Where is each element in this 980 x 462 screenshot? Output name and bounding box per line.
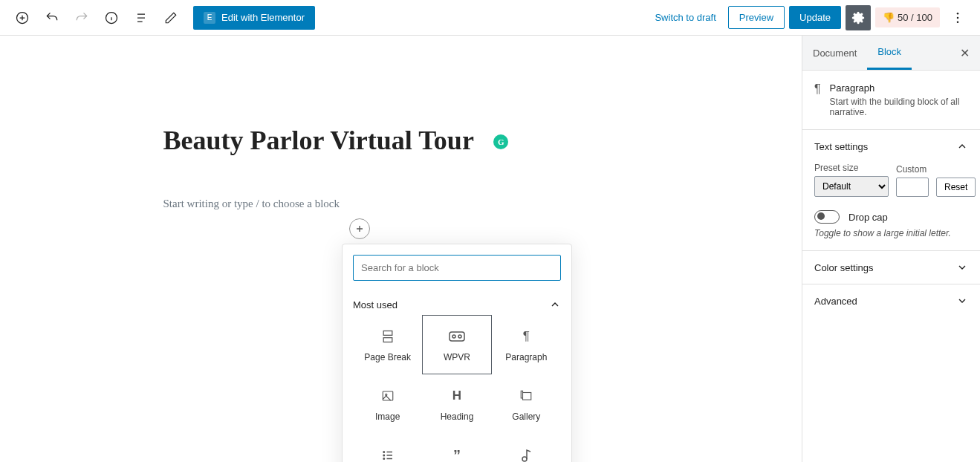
text-settings-panel: Text settings Preset size Default Custom bbox=[802, 129, 980, 250]
content-wrap: Beauty Parlor Virtual Tour G Start writi… bbox=[134, 36, 669, 210]
intro-title: Paragraph bbox=[830, 82, 968, 94]
advanced-header[interactable]: Advanced bbox=[802, 284, 980, 317]
block-gallery[interactable]: Gallery bbox=[492, 374, 561, 434]
inserter-search-wrap bbox=[353, 255, 561, 281]
add-block-button[interactable] bbox=[9, 4, 36, 31]
score-value: 50 / 100 bbox=[898, 12, 932, 23]
search-block-input[interactable] bbox=[353, 255, 561, 281]
preset-select[interactable]: Default bbox=[814, 176, 889, 197]
block-inserter-popover: Most used Page Break WPVR ¶ Paragraph bbox=[342, 244, 572, 462]
settings-sidebar: Document Block ✕ ¶ Paragraph Start with … bbox=[802, 36, 980, 462]
pencil-icon bbox=[164, 11, 178, 25]
block-label: WPVR bbox=[444, 352, 470, 362]
paragraph-icon: ¶ bbox=[523, 327, 530, 346]
post-title[interactable]: Beauty Parlor Virtual Tour G bbox=[163, 125, 669, 156]
color-settings-header[interactable]: Color settings bbox=[802, 251, 980, 284]
block-audio[interactable]: Audio bbox=[492, 434, 561, 462]
tab-document[interactable]: Document bbox=[802, 37, 867, 69]
page-break-icon bbox=[380, 327, 395, 346]
block-label: Image bbox=[375, 411, 400, 422]
list-block-icon bbox=[381, 446, 395, 462]
block-grid: Page Break WPVR ¶ Paragraph Image bbox=[353, 315, 561, 462]
info-button[interactable] bbox=[98, 4, 125, 31]
svg-point-4 bbox=[957, 21, 959, 23]
post-title-text: Beauty Parlor Virtual Tour bbox=[163, 126, 474, 155]
undo-button[interactable] bbox=[39, 4, 65, 31]
panel-title: Advanced bbox=[814, 296, 857, 307]
color-settings-panel: Color settings bbox=[802, 250, 980, 284]
intro-text: Paragraph Start with the building block … bbox=[830, 82, 968, 117]
svg-rect-12 bbox=[523, 393, 531, 400]
top-toolbar: E Edit with Elementor Switch to draft Pr… bbox=[0, 0, 980, 36]
svg-point-15 bbox=[383, 458, 385, 460]
svg-point-14 bbox=[383, 455, 385, 456]
block-image[interactable]: Image bbox=[353, 374, 422, 434]
drop-cap-toggle[interactable] bbox=[814, 210, 840, 224]
block-wpvr[interactable]: WPVR bbox=[422, 315, 491, 374]
paragraph-placeholder[interactable]: Start writing or type / to choose a bloc… bbox=[163, 198, 669, 210]
block-label: Page Break bbox=[364, 352, 411, 362]
block-heading[interactable]: H Heading bbox=[422, 374, 491, 434]
sidebar-close-button[interactable]: ✕ bbox=[950, 37, 980, 69]
elementor-logo-icon: E bbox=[204, 12, 215, 24]
svg-rect-5 bbox=[383, 331, 392, 336]
custom-field: Custom bbox=[896, 164, 929, 197]
gear-icon bbox=[851, 11, 865, 25]
preset-label: Preset size bbox=[814, 163, 889, 173]
gallery-icon bbox=[519, 386, 533, 406]
svg-point-8 bbox=[452, 335, 455, 338]
list-icon bbox=[134, 10, 149, 25]
toolbar-left: E Edit with Elementor bbox=[9, 4, 315, 31]
chevron-down-icon bbox=[956, 295, 968, 307]
vr-icon bbox=[449, 327, 465, 346]
preset-field: Preset size Default bbox=[814, 163, 889, 197]
block-list[interactable]: List bbox=[353, 434, 422, 462]
block-paragraph[interactable]: ¶ Paragraph bbox=[492, 315, 561, 374]
svg-rect-6 bbox=[383, 338, 392, 342]
undo-icon bbox=[45, 10, 59, 25]
dots-vertical-icon bbox=[950, 10, 965, 25]
inserter-section-header[interactable]: Most used bbox=[353, 291, 561, 315]
svg-rect-7 bbox=[450, 332, 464, 341]
settings-button[interactable] bbox=[846, 5, 871, 30]
tab-block[interactable]: Block bbox=[867, 36, 912, 70]
preview-button[interactable]: Preview bbox=[728, 6, 785, 29]
toolbar-right: Switch to draft Preview Update 👎 50 / 10… bbox=[647, 4, 971, 31]
chevron-up-icon bbox=[549, 299, 561, 310]
block-page-break[interactable]: Page Break bbox=[353, 315, 422, 374]
chevron-up-icon bbox=[956, 140, 968, 152]
block-quote[interactable]: ” Quote bbox=[422, 434, 491, 462]
size-row: Preset size Default Custom Reset bbox=[814, 163, 968, 197]
intro-desc: Start with the building block of all nar… bbox=[830, 97, 968, 117]
switch-draft-button[interactable]: Switch to draft bbox=[647, 7, 723, 27]
panel-title: Text settings bbox=[814, 141, 868, 152]
seo-score-badge[interactable]: 👎 50 / 100 bbox=[875, 7, 940, 27]
svg-point-3 bbox=[957, 16, 959, 19]
thumb-down-icon: 👎 bbox=[883, 12, 895, 23]
outline-button[interactable] bbox=[128, 4, 155, 31]
grammarly-icon[interactable]: G bbox=[493, 134, 508, 149]
audio-icon bbox=[521, 446, 531, 462]
more-menu-button[interactable] bbox=[944, 4, 971, 31]
inserter-body[interactable]: Most used Page Break WPVR ¶ Paragraph bbox=[343, 291, 571, 462]
update-button[interactable]: Update bbox=[789, 6, 841, 29]
svg-point-13 bbox=[383, 452, 385, 453]
text-settings-header[interactable]: Text settings bbox=[802, 130, 980, 163]
svg-point-16 bbox=[522, 457, 527, 461]
quote-icon: ” bbox=[453, 446, 461, 462]
drop-cap-label: Drop cap bbox=[848, 212, 888, 223]
custom-size-input[interactable] bbox=[896, 178, 929, 197]
plus-circle-icon bbox=[15, 10, 30, 25]
edit-button[interactable] bbox=[158, 4, 184, 31]
edit-elementor-button[interactable]: E Edit with Elementor bbox=[193, 6, 315, 30]
info-icon bbox=[104, 10, 119, 25]
reset-button[interactable]: Reset bbox=[936, 178, 976, 197]
redo-button[interactable] bbox=[68, 4, 95, 31]
inline-add-block-button[interactable] bbox=[349, 218, 370, 239]
drop-cap-help: Toggle to show a large initial letter. bbox=[814, 228, 968, 238]
panel-title: Color settings bbox=[814, 262, 873, 273]
block-label: Paragraph bbox=[505, 352, 547, 362]
elementor-label: Edit with Elementor bbox=[221, 12, 305, 23]
redo-icon bbox=[74, 10, 89, 25]
svg-point-2 bbox=[957, 12, 959, 14]
